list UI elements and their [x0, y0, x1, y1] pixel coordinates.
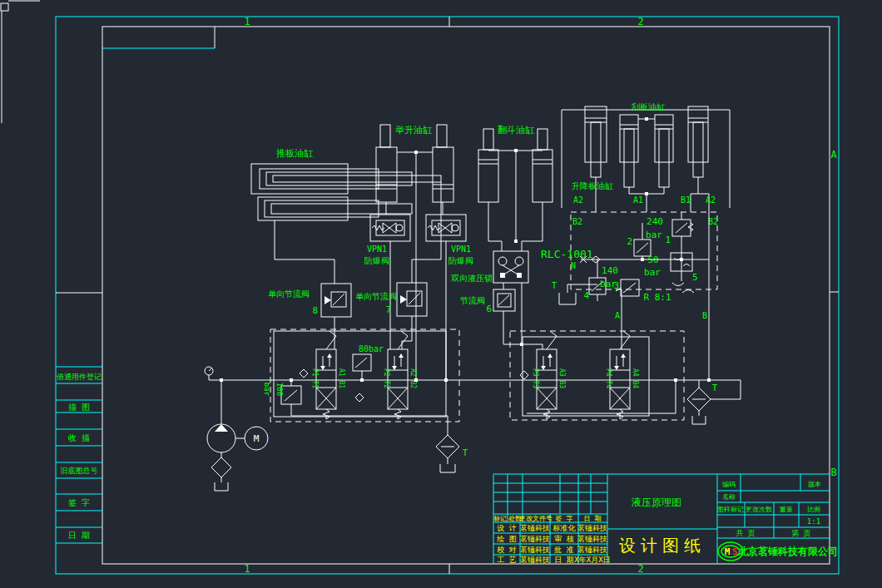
- tb-h-change-doc: 更改文件号: [519, 515, 552, 522]
- tb-date-value: X年X月X日: [574, 556, 610, 564]
- tb-review: 审 核: [554, 535, 573, 543]
- motor-label: M: [254, 433, 260, 444]
- right-cylinder-cluster: 升降板油缸 刮板油缸 A2 A1 B1 A2: [562, 102, 730, 212]
- strip-label-date: 日 期: [68, 531, 90, 540]
- title-block: 标记 处数 更改文件号 签 字 日 期 设 计 茗锤科技 标准化 茗锤科技 绘 …: [493, 474, 838, 564]
- tb-proof: 校 对: [497, 546, 516, 554]
- ucs-origin-marker: [1, 1, 40, 123]
- tank-t-right: T: [712, 383, 717, 393]
- port-a1: A1: [633, 195, 643, 205]
- tb-pages-current: 第 页: [791, 529, 810, 537]
- valve1-ports-right: A1 B1: [338, 368, 345, 388]
- burst-valve-right-label: 防爆阀: [448, 256, 473, 265]
- rlc-label: RLC-1001: [541, 248, 593, 260]
- cad-canvas[interactable]: 1 2 1 2 A B 借通用件登记 描 图 收 描 旧底图总号 签 字 日 期: [0, 0, 882, 588]
- tb-process-by: 茗锤科技: [520, 556, 550, 564]
- tb-code-label: 编码: [722, 481, 736, 488]
- port-a: A: [615, 311, 620, 320]
- port-b2-left: B2: [572, 217, 582, 226]
- pressure-140: 140: [602, 265, 618, 276]
- tb-h-mark: 标记: [493, 515, 507, 522]
- port-n: N: [571, 261, 576, 270]
- port-a2-left: A2: [573, 195, 583, 205]
- tip-cylinders: 翻斗油缸: [478, 125, 552, 251]
- left-valve-manifold: P1 T1 A1 B1 P2 T2 A2 B2 160 bar 80bar: [263, 329, 459, 435]
- zone-letter-b: B: [830, 467, 836, 478]
- tb-sample-mark: 图样标记: [717, 506, 744, 513]
- valve1-ports-left: P1 T1: [311, 368, 319, 388]
- port-b2-right: B2: [708, 217, 718, 226]
- push-plate-label: 推板油缸: [276, 148, 314, 159]
- company-name: 北京茗锤科技有限公司: [737, 546, 838, 557]
- vpn1-right-label: VPN1: [451, 245, 471, 254]
- strip-label-old-no: 旧底图总号: [61, 467, 98, 475]
- tb-draw: 绘 图: [497, 535, 516, 543]
- burst-valve-left-label: 防爆阀: [364, 256, 389, 265]
- tb-version-label: 版本: [808, 481, 821, 488]
- drawing-title: 液压原理图: [631, 497, 681, 508]
- pump-and-lines: M T T: [205, 367, 741, 491]
- item-2: 2: [627, 236, 632, 247]
- tb-approve-by: 茗锤科技: [577, 546, 607, 554]
- strip-label-sign: 签 字: [68, 498, 90, 507]
- tb-h-date: 日 期: [584, 515, 602, 522]
- strip-label-trace: 描 图: [68, 403, 90, 412]
- lift-cylinders: 举升油缸: [376, 125, 453, 380]
- pressure-240-unit: bar: [646, 230, 662, 240]
- item-1: 1: [665, 235, 671, 245]
- valve2-ports-left: P2 T2: [383, 368, 390, 388]
- tb-review-by: 茗锤科技: [577, 535, 607, 543]
- scraper-label: 刮板油缸: [632, 102, 665, 111]
- slide-plate-label: 升降板油缸: [572, 181, 613, 190]
- lift-cylinder-label: 举升油缸: [395, 125, 433, 136]
- port-b: B: [702, 311, 707, 320]
- push-plate-cylinder: 推板油缸: [251, 148, 441, 259]
- tb-name-label: 名称: [722, 493, 736, 501]
- item-3: 3: [613, 280, 619, 291]
- tb-change-count: 更改次数: [746, 506, 772, 513]
- item-5: 5: [692, 272, 698, 283]
- pressure-160-unit: bar: [263, 383, 271, 397]
- valve3-ports-left: P3 T3: [532, 368, 539, 388]
- one-way-throttle-left-label: 单向节流阀: [268, 289, 310, 299]
- zone-number-bottom-2: 2: [637, 563, 643, 575]
- zone-letter-a: A: [830, 149, 837, 161]
- tb-proof-by: 茗锤科技: [520, 546, 550, 554]
- tb-approve: 批 准: [553, 546, 573, 554]
- pressure-160: 160: [275, 383, 284, 396]
- tb-date-label: 日 期: [554, 556, 573, 564]
- tank-t-mid: T: [463, 448, 468, 457]
- item-4: 4: [583, 290, 589, 301]
- tb-scale-value: 1:1: [807, 517, 820, 526]
- one-way-throttle-valve-8: 单向节流阀 8: [268, 259, 351, 349]
- valve4-ports-right: A4 B4: [632, 368, 639, 388]
- port-a2-right: A2: [706, 195, 716, 205]
- throttle-label: 节流阀: [459, 296, 485, 305]
- item-6: 6: [486, 304, 492, 314]
- tb-design-by: 茗锤科技: [520, 524, 550, 532]
- port-t-rlc: T: [552, 281, 557, 290]
- port-b1: B1: [681, 195, 691, 205]
- logo-letter-s: S: [732, 546, 738, 557]
- zone-number-top-2: 2: [637, 16, 643, 27]
- zone-number-top-1: 1: [244, 16, 250, 27]
- tb-scale-label: 比例: [807, 506, 820, 513]
- pressure-50-unit: bar: [644, 267, 661, 278]
- tip-cylinder-label: 翻斗油缸: [498, 125, 535, 136]
- one-way-throttle-right-label: 单向节流阀: [355, 292, 397, 301]
- valve3-ports-right: A3 B3: [558, 368, 566, 388]
- double-lock-label: 双向液压锁: [451, 274, 493, 283]
- tb-process: 工 艺: [497, 556, 516, 564]
- tb-weight: 重量: [779, 506, 793, 513]
- pressure-240: 240: [647, 216, 663, 227]
- tb-design: 设 计: [497, 524, 516, 532]
- margin-strip: 借通用件登记 描 图 收 描 旧底图总号 签 字 日 期: [56, 367, 102, 543]
- tb-standardize: 标准化: [552, 524, 577, 532]
- pressure-80: 80bar: [359, 344, 384, 353]
- zone-number-bottom-1: 1: [244, 563, 250, 575]
- strip-label-reuse: 借通用件登记: [57, 373, 102, 381]
- item-7: 7: [385, 304, 391, 315]
- logo-letter-m: M: [725, 546, 731, 557]
- tb-standardize-by: 茗锤科技: [577, 524, 607, 532]
- throttle-valve-6: 节流阀 6: [459, 283, 543, 349]
